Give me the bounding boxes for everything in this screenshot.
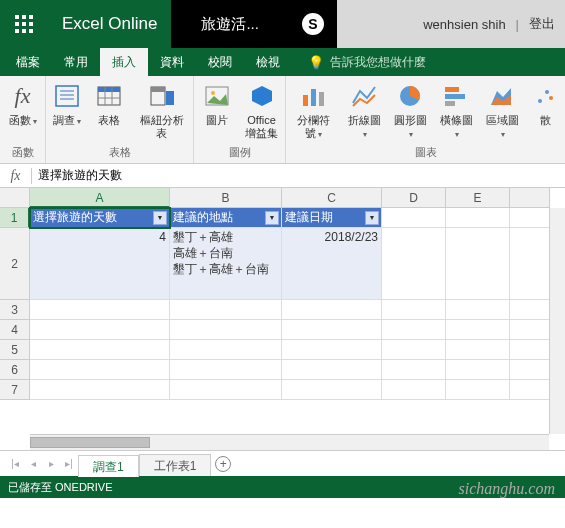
cell[interactable] (382, 360, 446, 380)
cell[interactable] (510, 300, 550, 320)
tab-view[interactable]: 檢視 (244, 48, 292, 76)
tab-file[interactable]: 檔案 (4, 48, 52, 76)
cell[interactable] (170, 340, 282, 360)
cell[interactable] (30, 320, 170, 340)
cell[interactable] (446, 300, 510, 320)
line-chart-button[interactable]: 折線圖▾ (341, 76, 387, 143)
column-chart-button[interactable]: 分欄符號▾ (286, 76, 341, 143)
tab-insert[interactable]: 插入 (100, 48, 148, 76)
sheet-tab-survey1[interactable]: 調查1 (78, 455, 139, 477)
sheet-nav-next[interactable]: ▸ (42, 458, 60, 469)
cell[interactable] (382, 320, 446, 340)
cell-a2[interactable]: 4 (30, 228, 170, 300)
col-header-b[interactable]: B (170, 188, 282, 208)
cell-a1[interactable]: 選擇旅遊的天數▼ (30, 208, 170, 228)
cell-d1[interactable] (382, 208, 446, 228)
cell-e1[interactable] (446, 208, 510, 228)
cell[interactable] (510, 320, 550, 340)
area-chart-icon (486, 80, 518, 112)
cell-e2[interactable] (446, 228, 510, 300)
image-button[interactable]: 圖片 (195, 76, 239, 143)
addins-button[interactable]: Office 增益集 (239, 76, 284, 143)
cell[interactable] (30, 360, 170, 380)
tell-me-search[interactable]: 💡 告訴我您想做什麼 (292, 48, 426, 76)
bar-chart-button[interactable]: 橫條圖▾ (433, 76, 479, 143)
row-header-2[interactable]: 2 (0, 228, 30, 300)
add-sheet-button[interactable]: + (211, 452, 235, 476)
sheet-nav-prev[interactable]: ◂ (24, 458, 42, 469)
formula-input[interactable] (32, 164, 565, 187)
scrollbar-thumb[interactable] (30, 437, 150, 448)
filter-icon[interactable]: ▼ (365, 211, 379, 225)
cell[interactable] (282, 360, 382, 380)
cell[interactable] (446, 380, 510, 400)
filter-icon[interactable]: ▼ (265, 211, 279, 225)
cell[interactable] (510, 380, 550, 400)
row-header-7[interactable]: 7 (0, 380, 30, 400)
cell[interactable] (446, 320, 510, 340)
signout-link[interactable]: 登出 (529, 15, 555, 33)
cell[interactable] (382, 300, 446, 320)
cell[interactable] (282, 340, 382, 360)
function-button[interactable]: fx 函數▾ (1, 76, 45, 143)
filter-icon[interactable]: ▼ (153, 211, 167, 225)
row-header-1[interactable]: 1 (0, 208, 30, 228)
sheet-nav-first[interactable]: |◂ (6, 458, 24, 469)
row-header-3[interactable]: 3 (0, 300, 30, 320)
svg-rect-8 (29, 29, 33, 33)
tab-review[interactable]: 校閱 (196, 48, 244, 76)
cell[interactable] (30, 300, 170, 320)
select-all-corner[interactable] (0, 188, 30, 208)
col-header-c[interactable]: C (282, 188, 382, 208)
cell[interactable] (282, 320, 382, 340)
app-launcher[interactable] (0, 0, 48, 48)
horizontal-scrollbar[interactable] (30, 434, 549, 450)
cell-c2[interactable]: 2018/2/23 (282, 228, 382, 300)
cell[interactable] (382, 380, 446, 400)
svg-point-22 (211, 91, 215, 95)
cell-f2[interactable] (510, 228, 550, 300)
col-header-e[interactable]: E (446, 188, 510, 208)
pie-chart-button[interactable]: 圓形圖▾ (387, 76, 433, 143)
cell[interactable] (170, 380, 282, 400)
tab-data[interactable]: 資料 (148, 48, 196, 76)
document-title[interactable]: 旅遊活... (171, 0, 289, 48)
table-button[interactable]: 表格 (88, 76, 130, 143)
tab-home[interactable]: 常用 (52, 48, 100, 76)
cell[interactable] (446, 340, 510, 360)
sheet-nav-last[interactable]: ▸| (60, 458, 78, 469)
cell[interactable] (446, 360, 510, 380)
row-header-4[interactable]: 4 (0, 320, 30, 340)
cell-d2[interactable] (382, 228, 446, 300)
fx-label[interactable]: fx (0, 168, 32, 184)
cell[interactable] (382, 340, 446, 360)
scatter-chart-button[interactable]: 散 (525, 76, 565, 143)
col-header-a[interactable]: A (30, 188, 170, 208)
cell[interactable] (170, 360, 282, 380)
cell[interactable] (282, 300, 382, 320)
cell[interactable] (282, 380, 382, 400)
cell[interactable] (170, 320, 282, 340)
cell-b1[interactable]: 建議的地點▼ (170, 208, 282, 228)
skype-button[interactable]: S (289, 0, 337, 48)
cell-b2[interactable]: 墾丁＋高雄 高雄＋台南 墾丁＋高雄＋台南 (170, 228, 282, 300)
cell-c1[interactable]: 建議日期▼ (282, 208, 382, 228)
cell[interactable] (30, 340, 170, 360)
pivot-button[interactable]: 樞紐分析表 (130, 76, 194, 143)
header-text: 建議日期 (285, 209, 333, 226)
sheet-tab-sheet1[interactable]: 工作表1 (139, 454, 212, 476)
cell[interactable] (510, 340, 550, 360)
cell[interactable] (510, 360, 550, 380)
cell-f1[interactable] (510, 208, 550, 228)
cell[interactable] (30, 380, 170, 400)
user-name[interactable]: wenhsien shih (423, 17, 505, 32)
col-header-f[interactable] (510, 188, 550, 208)
svg-rect-30 (445, 101, 455, 106)
row-header-5[interactable]: 5 (0, 340, 30, 360)
cell[interactable] (170, 300, 282, 320)
col-header-d[interactable]: D (382, 188, 446, 208)
vertical-scrollbar[interactable] (549, 208, 565, 434)
row-header-6[interactable]: 6 (0, 360, 30, 380)
survey-button[interactable]: 調查▾ (46, 76, 88, 143)
area-chart-button[interactable]: 區域圖▾ (479, 76, 525, 143)
